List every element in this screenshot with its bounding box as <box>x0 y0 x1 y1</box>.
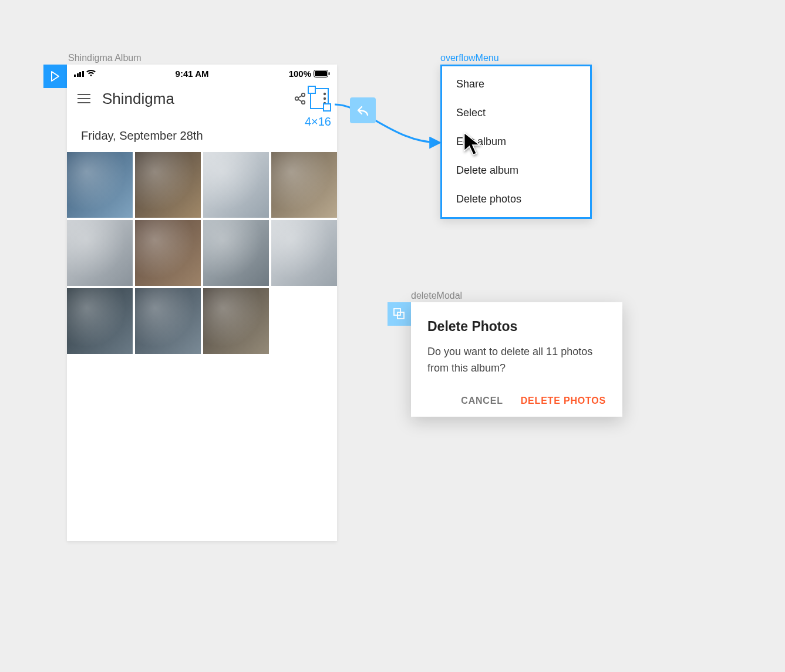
svg-point-8 <box>324 93 326 95</box>
photo-thumbnail[interactable] <box>271 220 337 286</box>
overflow-menu: Share Select Edit album Delete album Del… <box>440 65 592 219</box>
share-icon[interactable] <box>294 92 306 105</box>
photo-thumbnail[interactable] <box>203 220 269 286</box>
photo-thumbnail[interactable] <box>67 152 133 218</box>
menu-item-delete-photos[interactable]: Delete photos <box>442 185 590 214</box>
photo-thumbnail[interactable] <box>67 220 133 286</box>
prototype-play-button[interactable] <box>43 65 67 88</box>
wifi-icon <box>86 70 96 77</box>
photo-thumbnail[interactable] <box>135 220 201 286</box>
component-icon <box>393 308 405 320</box>
delete-photos-button[interactable]: Delete Photos <box>521 396 606 406</box>
prototype-connector <box>329 99 446 157</box>
photo-thumbnail[interactable] <box>203 152 269 218</box>
modal-title: Delete Photos <box>427 319 606 335</box>
status-battery-text: 100% <box>289 69 311 79</box>
photo-thumbnail[interactable] <box>135 288 201 354</box>
overflow-icon[interactable] <box>323 92 326 105</box>
signal-icon <box>74 70 84 77</box>
frame-label-modal: deleteModal <box>411 291 462 301</box>
svg-point-5 <box>302 101 305 104</box>
delete-modal: Delete Photos Do you want to delete all … <box>411 302 622 417</box>
frame-label-phone: Shindigma Album <box>68 53 141 63</box>
menu-item-share[interactable]: Share <box>442 70 590 99</box>
battery-icon <box>314 70 330 77</box>
modal-actions: Cancel Delete Photos <box>427 396 606 406</box>
svg-point-9 <box>324 97 326 100</box>
prototype-back-action[interactable] <box>350 97 376 123</box>
svg-point-4 <box>295 97 299 100</box>
component-instance-badge[interactable] <box>388 302 411 326</box>
phone-frame: 9:41 AM 100% Shindigma 4×16 Friday, Sept… <box>67 65 337 541</box>
menu-item-select[interactable]: Select <box>442 99 590 127</box>
svg-line-6 <box>298 96 302 98</box>
menu-item-edit-album[interactable]: Edit album <box>442 127 590 156</box>
selection-dimensions: 4×16 <box>305 115 331 129</box>
date-header: Friday, September 28th <box>67 115 337 152</box>
status-time: 9:41 AM <box>176 69 209 79</box>
modal-body: Do you want to delete all 11 photos from… <box>427 344 606 377</box>
photo-thumbnail[interactable] <box>203 288 269 354</box>
photo-thumbnail[interactable] <box>135 152 201 218</box>
menu-item-delete-album[interactable]: Delete album <box>442 156 590 185</box>
frame-label-overflow[interactable]: overflowMenu <box>440 53 499 63</box>
play-icon <box>50 71 60 82</box>
svg-rect-2 <box>329 72 330 75</box>
svg-point-10 <box>324 102 326 104</box>
menu-button[interactable] <box>78 94 90 103</box>
photo-thumbnail[interactable] <box>271 152 337 218</box>
photo-thumbnail[interactable] <box>67 288 133 354</box>
cancel-button[interactable]: Cancel <box>461 396 503 406</box>
status-bar: 9:41 AM 100% <box>67 65 337 82</box>
photo-grid <box>67 152 337 354</box>
reply-arrow-icon <box>356 104 369 116</box>
app-bar: Shindigma 4×16 <box>67 82 337 115</box>
svg-line-7 <box>298 99 302 102</box>
app-title: Shindigma <box>102 90 174 108</box>
svg-rect-1 <box>315 71 327 76</box>
svg-point-3 <box>302 93 305 97</box>
